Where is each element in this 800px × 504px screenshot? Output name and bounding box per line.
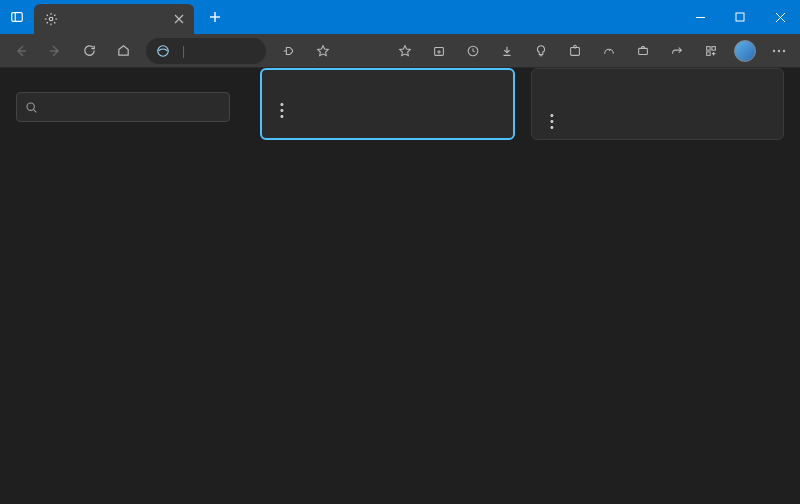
profile-avatar[interactable]	[730, 36, 760, 66]
svg-rect-20	[712, 46, 716, 50]
new-tab-button[interactable]	[200, 11, 230, 23]
history-icon[interactable]	[458, 36, 488, 66]
svg-point-2	[49, 17, 53, 21]
screenshot-icon[interactable]	[628, 36, 658, 66]
svg-point-24	[783, 49, 785, 51]
svg-line-26	[34, 109, 37, 112]
more-button[interactable]	[764, 36, 794, 66]
svg-rect-16	[571, 47, 580, 55]
svg-point-25	[27, 103, 34, 110]
tab-actions-button[interactable]	[0, 10, 34, 24]
sidebar	[0, 68, 240, 504]
main-panel	[240, 68, 800, 504]
maximize-button[interactable]	[720, 0, 760, 34]
security-card-strict[interactable]	[531, 68, 784, 140]
share-icon[interactable]	[662, 36, 692, 66]
titlebar	[0, 0, 800, 34]
svg-rect-8	[736, 13, 744, 21]
svg-point-23	[778, 49, 780, 51]
address-bar[interactable]: |	[146, 38, 266, 64]
security-card-balanced[interactable]	[260, 68, 515, 140]
browser-tab[interactable]	[34, 4, 194, 34]
apps-icon[interactable]	[696, 36, 726, 66]
back-button[interactable]	[6, 36, 36, 66]
close-window-button[interactable]	[760, 0, 800, 34]
downloads-icon[interactable]	[492, 36, 522, 66]
gear-icon	[44, 12, 58, 26]
search-input[interactable]	[46, 100, 221, 114]
refresh-button[interactable]	[74, 36, 104, 66]
forward-button[interactable]	[40, 36, 70, 66]
svg-rect-21	[707, 51, 711, 55]
tab-close-button[interactable]	[174, 14, 184, 24]
toolbar: |	[0, 34, 800, 68]
svg-rect-0	[12, 13, 23, 22]
svg-point-17	[574, 45, 577, 48]
search-icon	[25, 101, 38, 114]
edge-logo-icon	[156, 44, 170, 58]
search-settings[interactable]	[16, 92, 230, 122]
svg-rect-18	[639, 48, 648, 54]
read-aloud-icon[interactable]	[274, 36, 304, 66]
home-button[interactable]	[108, 36, 138, 66]
performance-icon[interactable]	[594, 36, 624, 66]
add-favorite-icon[interactable]	[308, 36, 338, 66]
svg-point-22	[773, 49, 775, 51]
favorites-icon[interactable]	[390, 36, 420, 66]
svg-rect-19	[707, 46, 711, 50]
extensions-icon[interactable]	[560, 36, 590, 66]
tips-icon[interactable]	[526, 36, 556, 66]
minimize-button[interactable]	[680, 0, 720, 34]
collections-icon[interactable]	[424, 36, 454, 66]
